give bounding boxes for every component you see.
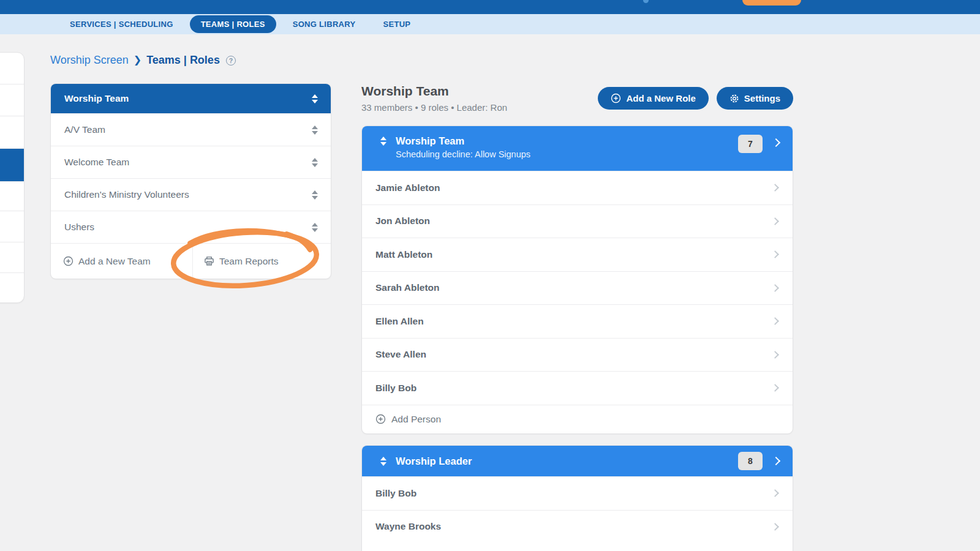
left-rail-row[interactable] [0,273,24,302]
chevron-right-icon [771,523,779,531]
settings-button[interactable]: Settings [717,87,793,110]
team-reports-button[interactable]: Team Reports [192,244,331,279]
drag-sort-icon[interactable] [312,126,318,135]
member-row[interactable]: Steve Allen [362,338,793,372]
member-row[interactable]: Ellen Allen [362,304,793,338]
left-rail-row[interactable] [0,53,24,84]
topbar-partial-icon [643,0,649,3]
team-row-av-team[interactable]: A/V Team [51,113,331,146]
team-row-ushers[interactable]: Ushers [51,211,331,243]
member-name: Ellen Allen [375,316,772,327]
member-row[interactable]: Sarah Ableton [362,271,793,305]
breadcrumb-current: Teams | Roles [146,54,220,67]
chevron-right-icon [771,384,779,392]
topbar-orange-button-partial[interactable] [742,0,801,6]
add-new-team-label: Add a New Team [78,256,151,267]
member-row[interactable]: Matt Ableton [362,238,793,271]
chevron-right-icon [771,351,779,359]
plus-circle-icon [63,256,74,266]
page-title: Worship Team [361,84,449,99]
drag-sort-icon[interactable] [380,137,387,146]
chevron-right-icon [771,489,779,497]
left-rail-row[interactable] [0,242,24,273]
team-name: A/V Team [64,124,312,135]
team-reports-label: Team Reports [219,256,278,267]
drag-sort-icon[interactable] [312,158,318,167]
top-app-bar [0,0,980,14]
chevron-right-icon [771,250,779,258]
chevron-right-icon [771,184,779,192]
drag-sort-icon[interactable] [380,457,387,466]
plus-circle-icon [611,93,621,103]
team-name: Children's Ministry Volunteers [64,189,312,200]
add-person-label: Add Person [391,414,441,425]
member-row[interactable]: Jamie Ableton [362,171,793,204]
role-title-block: Worship Team Scheduling decline: Allow S… [396,135,738,159]
tab-song-library[interactable]: SONG LIBRARY [293,20,356,29]
member-name: Jon Ableton [375,216,772,227]
plus-circle-icon [375,414,386,424]
breadcrumb-parent-link[interactable]: Worship Screen [50,54,129,67]
member-name: Billy Bob [375,383,772,394]
tab-services-scheduling[interactable]: SERVICES | SCHEDULING [70,20,173,29]
tab-setup[interactable]: SETUP [383,20,410,29]
member-name: Billy Bob [375,488,772,499]
role-header-worship-team[interactable]: Worship Team Scheduling decline: Allow S… [362,126,793,171]
add-new-team-button[interactable]: Add a New Team [51,244,192,279]
left-rail-row-selected[interactable] [0,149,24,182]
main-actions: Add a New Role Settings [598,87,793,110]
main-nav: SERVICES | SCHEDULING TEAMS | ROLES SONG… [0,14,980,34]
teams-panel-footer: Add a New Team Team Reports [51,243,331,279]
chevron-right-icon [771,217,779,225]
drag-sort-icon[interactable] [312,223,318,232]
chevron-right-icon [771,317,779,325]
role-header-worship-leader[interactable]: Worship Leader 8 [362,446,793,476]
member-name: Wayne Brooks [375,521,772,532]
gear-icon [729,94,739,103]
role-title: Worship Leader [396,455,738,468]
role-card-worship-leader: Worship Leader 8 Billy Bob Wayne Brooks [361,445,793,551]
left-rail-row[interactable] [0,211,24,243]
team-name: Welcome Team [64,157,312,168]
breadcrumb: Worship Screen ❯ Teams | Roles ? [50,54,236,67]
member-count-badge: 7 [738,135,763,153]
team-row-welcome-team[interactable]: Welcome Team [51,146,331,178]
chevron-right-icon [771,284,779,292]
teams-panel: Worship Team A/V Team Welcome Team Child… [50,83,331,279]
left-rail-partial-list [0,52,24,303]
member-count-badge: 8 [738,452,763,470]
member-row[interactable]: Jon Ableton [362,204,793,238]
member-row[interactable]: Wayne Brooks [362,510,793,544]
team-row-childrens-ministry[interactable]: Children's Ministry Volunteers [51,178,331,211]
role-subtitle: Scheduling decline: Allow Signups [396,149,738,159]
drag-sort-icon[interactable] [312,94,318,103]
drag-sort-icon[interactable] [312,190,318,200]
team-name: Worship Team [64,93,312,104]
tab-teams-roles[interactable]: TEAMS | ROLES [190,15,276,33]
team-name: Ushers [64,222,312,233]
role-title-block: Worship Leader [396,455,738,468]
chevron-right-icon[interactable] [772,138,780,147]
add-person-button[interactable]: Add Person [362,405,793,433]
member-name: Sarah Ableton [375,282,772,293]
help-icon[interactable]: ? [226,56,236,66]
team-row-worship-team[interactable]: Worship Team [51,84,331,113]
chevron-right-icon[interactable] [772,457,780,465]
left-rail-row[interactable] [0,182,24,211]
settings-label: Settings [744,93,780,103]
member-name: Steve Allen [375,349,772,360]
member-name: Matt Ableton [375,249,772,260]
left-rail-row[interactable] [0,116,24,149]
add-new-role-label: Add a New Role [626,93,695,103]
member-name: Jamie Ableton [375,182,772,193]
add-new-role-button[interactable]: Add a New Role [598,87,708,110]
printer-icon [204,256,214,266]
member-row[interactable]: Billy Bob [362,476,793,510]
chevron-right-separator-icon: ❯ [134,54,141,66]
team-summary-text: 33 members • 9 roles • Leader: Ron [361,102,507,113]
role-title: Worship Team [396,135,738,148]
member-row[interactable]: Billy Bob [362,371,793,405]
role-card-worship-team: Worship Team Scheduling decline: Allow S… [361,126,793,434]
left-rail-row[interactable] [0,84,24,117]
